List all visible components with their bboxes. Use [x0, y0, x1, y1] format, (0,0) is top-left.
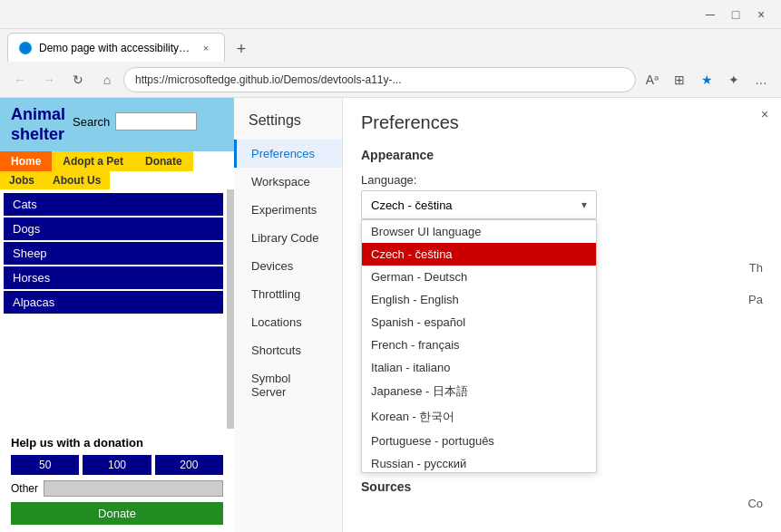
new-tab-button[interactable]: +	[229, 36, 254, 62]
donate-button[interactable]: Donate	[11, 502, 223, 525]
tab-title: Demo page with accessibility iss	[39, 42, 191, 54]
language-form-group: Language: Czech - čeština ▾ Browser UI l…	[361, 173, 763, 219]
website-scrollbar[interactable]	[227, 189, 234, 429]
amount-50[interactable]: 50	[11, 455, 79, 475]
devtools-panel: × Settings Preferences Workspace Experim…	[234, 98, 781, 532]
lang-korean[interactable]: Korean - 한국어	[362, 404, 596, 430]
settings-content: Preferences Appearance Language: Czech -…	[343, 98, 781, 532]
url-text: https://microsoftedge.github.io/Demos/de…	[135, 73, 401, 86]
amount-100[interactable]: 100	[83, 455, 151, 475]
browser-frame: ─ □ × Demo page with accessibility iss ×…	[0, 0, 781, 532]
settings-title: Settings	[234, 105, 342, 140]
close-window-button[interactable]: ×	[748, 2, 774, 27]
tab-favicon	[19, 42, 32, 54]
tab-close-button[interactable]: ×	[199, 41, 213, 55]
search-label: Search	[73, 115, 110, 129]
other-input[interactable]	[44, 480, 223, 497]
jobs-nav-button[interactable]: Jobs	[0, 171, 44, 189]
logo-text: Animal shelter	[11, 105, 65, 144]
lang-portuguese[interactable]: Portuguese - português	[362, 430, 596, 452]
page-content: Animal shelter Search Home Adopt a Pet D…	[0, 98, 781, 532]
language-dropdown-container: Czech - čeština ▾ Browser UI language Cz…	[361, 190, 597, 219]
home-button[interactable]: ⌂	[94, 67, 120, 92]
refresh-button[interactable]: ↻	[65, 67, 91, 92]
copilot-icon[interactable]: ✦	[721, 67, 747, 92]
about-nav-button[interactable]: About Us	[44, 171, 110, 189]
site-header: Animal shelter Search	[0, 98, 234, 151]
lang-spanish[interactable]: Spanish - español	[362, 311, 596, 334]
lang-japanese[interactable]: Japanese - 日本語	[362, 379, 596, 404]
lang-french[interactable]: French - français	[362, 334, 596, 356]
dropdown-arrow-icon: ▾	[581, 198, 587, 211]
animal-dogs[interactable]: Dogs	[4, 218, 223, 240]
sources-title: Sources	[361, 479, 763, 494]
minimize-button[interactable]: ─	[698, 2, 723, 27]
animal-sheep[interactable]: Sheep	[4, 242, 223, 265]
site-search: Search	[73, 112, 197, 131]
animal-horses[interactable]: Horses	[4, 266, 223, 289]
lang-german[interactable]: German - Deutsch	[362, 266, 596, 288]
donation-amounts: 50 100 200	[11, 455, 223, 475]
site-logo: Animal shelter	[11, 105, 65, 144]
settings-nav-throttling[interactable]: Throttling	[234, 280, 342, 308]
settings-nav-workspace[interactable]: Workspace	[234, 168, 342, 196]
animal-list: Cats Dogs Sheep Horses Alpacas	[0, 189, 227, 429]
lang-italian[interactable]: Italian - italiano	[362, 356, 596, 379]
settings-layout: Settings Preferences Workspace Experimen…	[234, 98, 781, 532]
title-bar: ─ □ ×	[0, 0, 781, 29]
address-input[interactable]: https://microsoftedge.github.io/Demos/de…	[123, 67, 636, 92]
settings-nav-library-code[interactable]: Library Code	[234, 224, 342, 252]
site-nav-row2: Jobs About Us	[0, 171, 234, 189]
language-dropdown-menu: Browser UI language Czech - čeština Germ…	[361, 219, 597, 473]
active-tab[interactable]: Demo page with accessibility iss ×	[7, 33, 225, 62]
animal-alpacas[interactable]: Alpacas	[4, 291, 223, 314]
partial-text-co: Co	[747, 497, 763, 510]
split-screen-icon[interactable]: ⊞	[667, 67, 692, 92]
settings-sidebar: Settings Preferences Workspace Experimen…	[234, 98, 343, 532]
search-input[interactable]	[115, 112, 197, 131]
settings-nav-shortcuts[interactable]: Shortcuts	[234, 336, 342, 364]
other-label: Other	[11, 482, 38, 495]
adopt-nav-button[interactable]: Adopt a Pet	[52, 151, 134, 171]
other-row: Other	[11, 480, 223, 497]
settings-nav-devices[interactable]: Devices	[234, 252, 342, 280]
partial-text-th: Th	[749, 261, 763, 275]
tab-bar: Demo page with accessibility iss × +	[0, 29, 781, 62]
more-icon[interactable]: …	[748, 67, 774, 92]
selected-language-text: Czech - čeština	[371, 198, 453, 212]
website-panel: Animal shelter Search Home Adopt a Pet D…	[0, 98, 234, 532]
favorites-icon[interactable]: ★	[694, 67, 719, 92]
back-button[interactable]: ←	[7, 67, 33, 92]
donation-title: Help us with a donation	[11, 436, 223, 450]
donation-section: Help us with a donation 50 100 200 Other…	[0, 429, 234, 532]
site-nav-row1: Home Adopt a Pet Donate	[0, 151, 234, 171]
settings-nav-preferences[interactable]: Preferences	[234, 140, 342, 168]
maximize-button[interactable]: □	[723, 2, 748, 27]
lang-russian[interactable]: Russian - русский	[362, 452, 596, 473]
amount-200[interactable]: 200	[155, 455, 223, 475]
language-dropdown-trigger[interactable]: Czech - čeština ▾	[361, 190, 597, 219]
settings-nav-locations[interactable]: Locations	[234, 308, 342, 336]
read-aloud-icon[interactable]: Aᵃ	[639, 67, 665, 92]
lang-browser-ui[interactable]: Browser UI language	[362, 220, 596, 243]
address-bar: ← → ↻ ⌂ https://microsoftedge.github.io/…	[0, 62, 781, 98]
animal-cats[interactable]: Cats	[4, 193, 223, 216]
page-title: Preferences	[361, 112, 763, 133]
toolbar-icons: Aᵃ ⊞ ★ ✦ …	[639, 67, 774, 92]
lang-czech[interactable]: Czech - čeština	[362, 243, 596, 266]
settings-nav-experiments[interactable]: Experiments	[234, 196, 342, 224]
settings-nav-symbol-server[interactable]: Symbol Server	[234, 364, 342, 406]
donate-nav-button[interactable]: Donate	[134, 151, 193, 171]
partial-text-pa: Pa	[748, 293, 763, 306]
home-nav-button[interactable]: Home	[0, 151, 52, 171]
appearance-title: Appearance	[361, 148, 763, 162]
animal-section: Cats Dogs Sheep Horses Alpacas	[0, 189, 234, 429]
lang-english[interactable]: English - English	[362, 288, 596, 311]
forward-button[interactable]: →	[36, 67, 62, 92]
language-label: Language:	[361, 173, 763, 187]
